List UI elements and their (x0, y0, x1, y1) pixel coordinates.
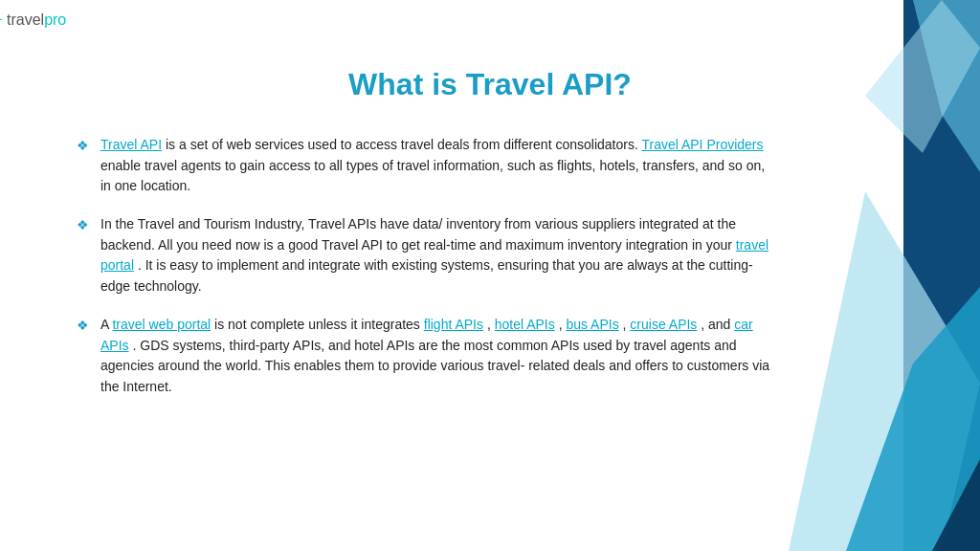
content-area: ❖ Travel API is a set of web services us… (0, 135, 980, 398)
bullet-text-1: Travel API is a set of web services used… (100, 135, 770, 197)
bullet-item-2: ❖ In the Travel and Tourism Industry, Tr… (77, 214, 913, 298)
bullet-diamond-1: ❖ (77, 138, 89, 153)
bullet-diamond-2: ❖ (77, 217, 89, 232)
bullet3-text1: A (100, 317, 112, 332)
bullet-diamond-3: ❖ (77, 318, 89, 333)
slide-title-area: What is Travel API? (0, 21, 980, 125)
bullet2-text1: In the Travel and Tourism Industry, Trav… (100, 216, 736, 253)
bus-apis-link[interactable]: bus APIs (566, 317, 618, 332)
bullet3-text4: . GDS systems, third-party APIs, and hot… (100, 338, 769, 394)
flight-apis-link[interactable]: flight APIs (424, 317, 483, 332)
travel-api-link[interactable]: Travel API (100, 137, 162, 152)
bullet-item-3: ❖ A travel web portal is not complete un… (77, 315, 913, 398)
bullet-item-1: ❖ Travel API is a set of web services us… (77, 135, 913, 197)
bullet2-text2: . It is easy to implement and integrate … (100, 257, 753, 294)
bullet3-text2: is not complete unless it integrates (214, 317, 424, 332)
page-title: What is Travel API? (0, 67, 980, 102)
bullet3-text3: , and (701, 317, 734, 332)
bullet-text-2: In the Travel and Tourism Industry, Trav… (100, 214, 770, 298)
bullet1-text1: is a set of web services used to access … (166, 137, 642, 152)
cruise-apis-link[interactable]: cruise APIs (630, 317, 697, 332)
bullet1-text2: enable travel agents to gain access to a… (100, 158, 765, 194)
slide: ✈ travelpro What is Travel API? ❖ Travel… (0, 0, 980, 551)
hotel-apis-link[interactable]: hotel APIs (495, 317, 555, 332)
bullet3-comma1: , (487, 317, 495, 332)
travel-web-portal-link[interactable]: travel web portal (112, 317, 211, 332)
travel-api-providers-link[interactable]: Travel API Providers (641, 137, 763, 152)
bullet-text-3: A travel web portal is not complete unle… (100, 315, 770, 398)
